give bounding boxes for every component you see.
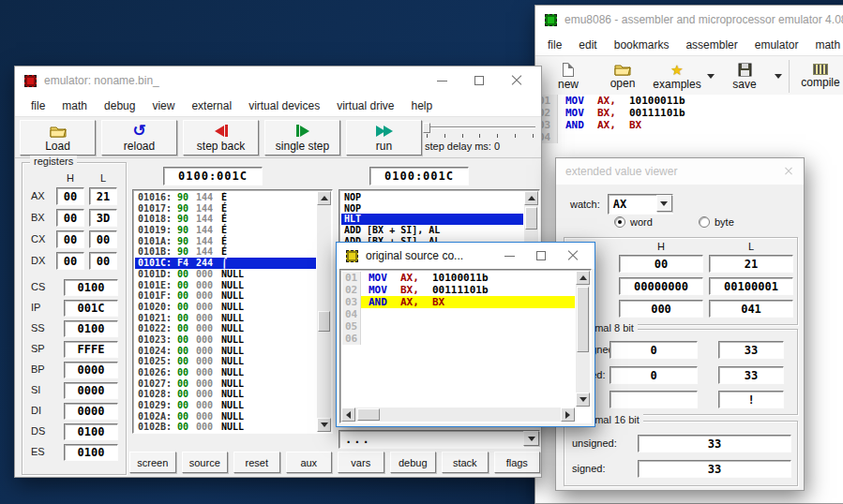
watch-dropdown-button[interactable] [656,195,672,212]
emulator-menu-item[interactable]: virtual devices [240,99,328,112]
single-step-button[interactable]: single step [264,120,340,156]
memory-row[interactable]: 01022: 00 000 NULL [135,323,316,334]
scroll-thumb[interactable] [318,311,330,332]
register-low-field[interactable]: 3D [89,209,117,227]
panel-button[interactable]: source [182,452,229,473]
ide-code-line[interactable]: 02 MOV BX, 00111101b [535,107,843,119]
disasm-combobox[interactable]: ... [339,430,540,449]
ide-titlebar[interactable]: emu8086 - assembler and microprocessor e… [535,6,843,34]
memory-scrollbar[interactable] [317,191,331,432]
memory-row[interactable]: 01019: 90 144 É [135,225,316,236]
memory-row[interactable]: 01016: 90 144 É [135,192,316,203]
register-low-field[interactable]: 00 [89,230,117,248]
unsigned-16bit-field[interactable]: 33 [638,435,791,452]
register-low-field[interactable]: 21 [89,187,117,205]
slider-thumb[interactable] [423,123,430,133]
register-value-field[interactable]: 0000 [64,382,118,399]
memory-row[interactable]: 0101F: 00 000 NULL [135,290,316,302]
source-code-line[interactable]: 06 [342,333,575,345]
disasm-row[interactable]: NOP [341,203,523,215]
memory-row[interactable]: 0101D: 00 000 NULL [135,269,316,280]
octal-high-field[interactable]: 000 [619,300,703,318]
signed-low-field[interactable]: 33 [718,366,784,384]
scroll-up-button[interactable] [576,271,590,285]
memory-row[interactable]: 0101E: 00 000 NULL [135,280,316,291]
ascii-high-field[interactable] [610,391,698,408]
binary-high-field[interactable]: 00000000 [619,277,703,295]
register-value-field[interactable]: 0100 [64,423,118,440]
memory-address-field[interactable]: 0100:001C [163,167,263,185]
octal-low-field[interactable]: 041 [709,300,793,318]
panel-button[interactable]: stack [442,452,489,473]
save-button[interactable]: save [717,56,772,96]
source-code-line[interactable]: 01 MOV AX, 10100011b [342,272,575,284]
memory-row[interactable]: 01027: 00 000 NULL [135,378,316,390]
disasm-row[interactable]: HLT [341,214,523,225]
ide-menu-item[interactable]: edit [570,38,605,52]
memory-row[interactable]: 0101C: F4 244 ⌠ [135,258,316,269]
emulator-menu-item[interactable]: file [23,99,53,112]
emulator-menu-item[interactable]: external [183,99,240,112]
panel-button[interactable]: screen [129,452,176,473]
disasm-address-field[interactable]: 0100:001C [369,167,469,185]
emulator-menu-item[interactable]: help [403,99,442,112]
panel-button[interactable]: flags [494,452,541,473]
binary-low-field[interactable]: 00100001 [709,277,793,295]
memory-row[interactable]: 01024: 00 000 NULL [135,346,316,357]
scroll-up-button[interactable] [317,191,331,205]
slider-track[interactable] [423,126,535,128]
panel-button[interactable]: reset [233,452,280,473]
signed-16bit-field[interactable]: 33 [638,460,791,478]
emulator-menu-item[interactable]: view [143,99,183,112]
reload-button[interactable]: ↺ reload [101,120,177,156]
ide-menu-item[interactable]: emulator [746,38,807,52]
memory-row[interactable]: 01021: 00 000 NULL [135,313,316,324]
word-radio[interactable]: word [614,216,653,228]
memory-row[interactable]: 01018: 90 144 É [135,214,316,225]
watch-combobox[interactable]: AX [608,194,673,215]
hex-low-field[interactable]: 21 [709,255,793,273]
scroll-down-button[interactable] [576,393,590,407]
minimize-button[interactable] [493,243,525,269]
scroll-up-button[interactable] [524,191,538,205]
register-value-field[interactable]: 0000 [64,362,118,378]
disasm-row[interactable]: NOP [341,192,523,203]
maximize-button[interactable] [525,243,557,269]
register-value-field[interactable]: 0100 [64,444,118,461]
emulator-menu-item[interactable]: virtual drive [328,99,402,112]
run-button[interactable]: run [346,120,422,156]
combobox-value[interactable]: ... [339,430,540,449]
emulator-titlebar[interactable]: emulator: noname.bin_ [15,67,541,95]
source-code-line[interactable]: 05 [342,320,575,333]
step-back-button[interactable]: step back [183,120,259,156]
close-button[interactable] [781,165,796,178]
memory-row[interactable]: 0102A: 00 000 NULL [135,411,316,422]
viewer-titlebar[interactable]: extended value viewer [556,158,804,185]
register-value-field[interactable]: 001C [64,300,118,317]
ide-menu-item[interactable]: assembler [677,38,745,52]
close-button[interactable] [498,67,535,95]
unsigned-high-field[interactable]: 0 [610,341,698,359]
new-button[interactable]: new [541,56,595,96]
memory-row[interactable]: 0102B: 00 000 NULL [135,422,316,431]
scroll-thumb[interactable] [525,207,537,230]
byte-radio[interactable]: byte [699,216,734,228]
memory-row[interactable]: 01026: 00 000 NULL [135,367,316,378]
scroll-thumb[interactable] [357,408,380,421]
memory-row[interactable]: 01023: 00 000 NULL [135,334,316,346]
source-code-line[interactable]: 04 [342,308,575,320]
source-code-line[interactable]: 03 AND AX, BX [342,296,575,308]
source-vertical-scrollbar[interactable] [576,271,590,407]
load-button[interactable]: Load [20,120,96,156]
ide-menu-item[interactable]: math [806,38,843,52]
memory-row[interactable]: 0101A: 90 144 É [135,236,316,247]
emulator-menu-item[interactable]: math [53,99,96,112]
register-high-field[interactable]: 00 [56,209,84,227]
disasm-row[interactable]: ADD [BX + SI], AL [341,225,523,236]
maximize-button[interactable] [460,67,498,95]
ide-code-line[interactable]: 01 MOV AX, 10100011b [535,95,843,107]
memory-row[interactable]: 01028: 00 000 NULL [135,389,316,400]
ascii-low-field[interactable]: ! [718,391,784,408]
ide-code-line[interactable]: 04 [535,131,843,143]
memory-row[interactable]: 01020: 00 000 NULL [135,302,316,313]
